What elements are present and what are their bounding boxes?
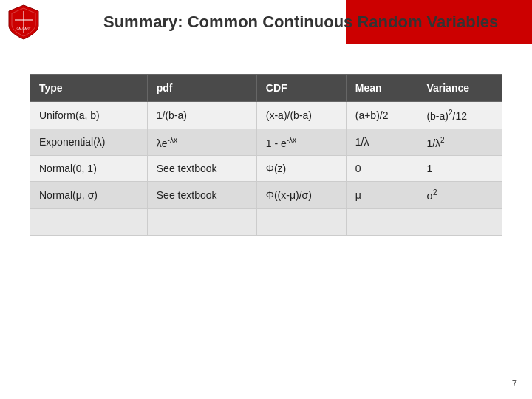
table-row: Exponential(λ) λe-λx 1 - e-λx 1/λ 1/λ2 <box>30 129 502 156</box>
cell-cdf: (x-a)/(b-a) <box>256 102 346 129</box>
cell-empty <box>417 208 502 235</box>
cell-cdf: Φ(z) <box>256 156 346 182</box>
col-header-cdf: CDF <box>256 75 346 102</box>
cell-variance: (b-a)2/12 <box>417 102 502 129</box>
table-row: Normal(0, 1) See textbook Φ(z) 0 1 <box>30 156 502 182</box>
summary-table: Type pdf CDF Mean Variance Uniform(a, b)… <box>30 74 502 236</box>
cell-empty <box>346 208 417 235</box>
svg-text:CALGARY: CALGARY <box>16 27 30 30</box>
cell-mean: (a+b)/2 <box>346 102 417 129</box>
cell-type: Exponential(λ) <box>30 129 148 156</box>
table-row-empty <box>30 208 502 235</box>
table-row: Normal(μ, σ) See textbook Φ((x-μ)/σ) μ σ… <box>30 182 502 209</box>
cell-cdf: Φ((x-μ)/σ) <box>256 182 346 209</box>
cell-type: Normal(μ, σ) <box>30 182 148 209</box>
cell-mean: 1/λ <box>346 129 417 156</box>
main-content: Type pdf CDF Mean Variance Uniform(a, b)… <box>0 44 532 399</box>
cell-variance: 1/λ2 <box>417 129 502 156</box>
header: CALGARY Summary: Common Continuous Rando… <box>0 0 532 44</box>
cell-mean: 0 <box>346 156 417 182</box>
col-header-pdf: pdf <box>147 75 256 102</box>
cell-type: Uniform(a, b) <box>30 102 148 129</box>
logo-area: CALGARY <box>7 4 40 41</box>
table-row: Uniform(a, b) 1/(b-a) (x-a)/(b-a) (a+b)/… <box>30 102 502 129</box>
cell-mean: μ <box>346 182 417 209</box>
cell-pdf: 1/(b-a) <box>147 102 256 129</box>
cell-pdf: See textbook <box>147 156 256 182</box>
cell-empty <box>147 208 256 235</box>
col-header-type: Type <box>30 75 148 102</box>
cell-empty <box>30 208 148 235</box>
cell-variance: σ2 <box>417 182 502 209</box>
cell-pdf: See textbook <box>147 182 256 209</box>
cell-empty <box>256 208 346 235</box>
cell-cdf: 1 - e-λx <box>256 129 346 156</box>
col-header-mean: Mean <box>346 75 417 102</box>
cell-variance: 1 <box>417 156 502 182</box>
university-logo: CALGARY <box>7 4 40 41</box>
cell-type: Normal(0, 1) <box>30 156 148 182</box>
col-header-variance: Variance <box>417 75 502 102</box>
table-header-row: Type pdf CDF Mean Variance <box>30 75 502 102</box>
cell-pdf: λe-λx <box>147 129 256 156</box>
page-title: Summary: Common Continuous Random Variab… <box>103 13 498 32</box>
page-number: 7 <box>512 378 517 389</box>
